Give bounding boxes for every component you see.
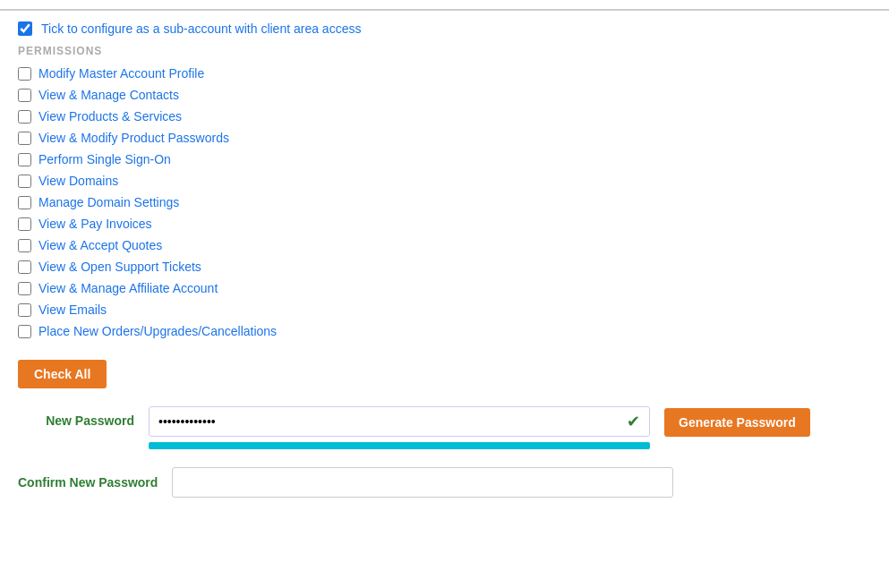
sub-account-checkbox[interactable] xyxy=(18,21,32,36)
new-password-input-inner: ✔ xyxy=(149,406,650,437)
permission-checkbox-perm_view_products[interactable] xyxy=(18,110,31,124)
permission-checkbox-perm_modify_master[interactable] xyxy=(18,67,31,81)
permission-checkbox-perm_view_emails[interactable] xyxy=(18,303,31,317)
confirm-password-input[interactable] xyxy=(172,467,673,498)
permission-checkbox-perm_view_contacts[interactable] xyxy=(18,89,31,102)
permission-label: Manage Domain Settings xyxy=(38,195,179,209)
permission-label: View & Manage Affiliate Account xyxy=(38,281,218,295)
sub-account-bar: Tick to configure as a sub-account with … xyxy=(0,9,889,36)
permission-item: View & Manage Contacts xyxy=(18,88,871,102)
permission-checkbox-perm_sso[interactable] xyxy=(18,153,31,166)
password-valid-icon: ✔ xyxy=(627,412,640,431)
permission-label: Place New Orders/Upgrades/Cancellations xyxy=(38,324,277,338)
permission-label: View Emails xyxy=(38,303,107,317)
permission-checkbox-perm_view_domains[interactable] xyxy=(18,175,31,188)
permission-checkbox-perm_affiliate[interactable] xyxy=(18,282,31,295)
permission-item: Modify Master Account Profile xyxy=(18,66,871,81)
check-all-button[interactable]: Check All xyxy=(18,360,107,388)
permission-label: View & Accept Quotes xyxy=(38,238,162,252)
permission-label: View & Open Support Tickets xyxy=(38,260,201,274)
permissions-list: Modify Master Account ProfileView & Mana… xyxy=(18,66,871,338)
permission-label: View Domains xyxy=(38,174,118,188)
permission-item: View & Modify Product Passwords xyxy=(18,131,871,145)
permission-checkbox-perm_support_tickets[interactable] xyxy=(18,260,31,274)
permission-label: Modify Master Account Profile xyxy=(38,66,204,81)
permission-item: View Products & Services xyxy=(18,109,871,124)
permission-label: View & Modify Product Passwords xyxy=(38,131,229,145)
new-password-row: New Password ✔ Generate Password xyxy=(18,406,871,449)
permission-checkbox-perm_modify_passwords[interactable] xyxy=(18,132,31,145)
sub-account-label: Tick to configure as a sub-account with … xyxy=(41,21,361,36)
new-password-label: New Password xyxy=(18,406,134,428)
permission-label: View & Manage Contacts xyxy=(38,88,179,102)
permission-label: Perform Single Sign-On xyxy=(38,152,171,166)
permission-checkbox-perm_manage_domain[interactable] xyxy=(18,196,31,209)
new-password-input[interactable] xyxy=(150,407,649,436)
permission-checkbox-perm_accept_quotes[interactable] xyxy=(18,239,31,252)
permission-item: View & Accept Quotes xyxy=(18,238,871,252)
confirm-password-label: Confirm New Password xyxy=(18,475,158,490)
permission-label: View Products & Services xyxy=(38,109,182,124)
page-container: Tick to configure as a sub-account with … xyxy=(0,0,889,588)
permission-item: View Domains xyxy=(18,174,871,188)
password-strength-bar xyxy=(149,442,650,449)
permission-item: View Emails xyxy=(18,303,871,317)
confirm-password-row: Confirm New Password xyxy=(18,467,871,498)
permission-checkbox-perm_new_orders[interactable] xyxy=(18,325,31,338)
permission-item: Manage Domain Settings xyxy=(18,195,871,209)
permission-item: View & Pay Invoices xyxy=(18,217,871,231)
permission-checkbox-perm_pay_invoices[interactable] xyxy=(18,217,31,231)
permissions-label: PERMISSIONS xyxy=(18,45,871,57)
new-password-wrapper: ✔ xyxy=(149,406,650,449)
permission-item: View & Manage Affiliate Account xyxy=(18,281,871,295)
permission-item: Place New Orders/Upgrades/Cancellations xyxy=(18,324,871,338)
permission-label: View & Pay Invoices xyxy=(38,217,152,231)
permission-item: Perform Single Sign-On xyxy=(18,152,871,166)
permissions-section: PERMISSIONS Modify Master Account Profil… xyxy=(0,36,889,388)
password-section: New Password ✔ Generate Password Confirm… xyxy=(0,388,889,498)
generate-password-button[interactable]: Generate Password xyxy=(664,408,810,437)
permission-item: View & Open Support Tickets xyxy=(18,260,871,274)
